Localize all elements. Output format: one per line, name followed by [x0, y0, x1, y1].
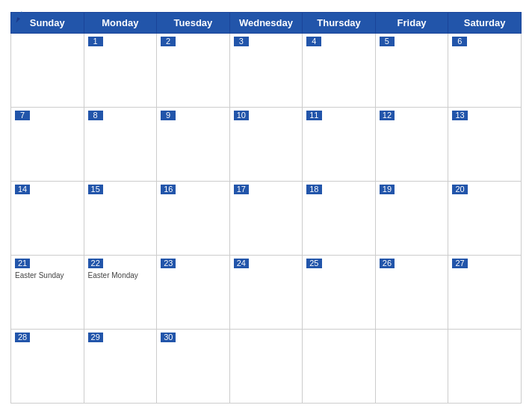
calendar-cell: 10 [229, 108, 303, 182]
date-number: 25 [306, 259, 321, 268]
calendar-cell: 19 [375, 182, 448, 256]
weekday-header-row: SundayMondayTuesdayWednesdayThursdayFrid… [11, 13, 522, 34]
calendar-cell: 4 [303, 34, 376, 108]
calendar-cell [303, 330, 376, 404]
calendar-cell: 26 [375, 256, 448, 330]
calendar-cell [375, 330, 448, 404]
date-number: 10 [234, 111, 249, 120]
date-number: 7 [15, 111, 30, 120]
date-number: 22 [88, 259, 103, 268]
calendar-cell: 23 [157, 256, 230, 330]
date-number: 4 [306, 37, 321, 46]
calendar-cell: 15 [84, 182, 157, 256]
calendar-cell: 18 [303, 182, 376, 256]
calendar-cell: 1 [84, 34, 157, 108]
weekday-header-wednesday: Wednesday [229, 13, 303, 34]
calendar-cell: 13 [448, 108, 522, 182]
date-number: 14 [15, 185, 30, 194]
calendar-cell: 30 [157, 330, 230, 404]
holiday-label: Easter Monday [88, 271, 153, 279]
calendar-cell: 20 [448, 182, 522, 256]
weekday-header-monday: Monday [84, 13, 157, 34]
calendar-cell: 9 [157, 108, 230, 182]
date-number: 28 [15, 333, 30, 342]
logo [10, 7, 34, 28]
calendar-page: SundayMondayTuesdayWednesdayThursdayFrid… [0, 0, 532, 411]
date-number: 23 [161, 259, 176, 268]
date-number: 26 [380, 259, 395, 268]
calendar-cell: 3 [229, 34, 303, 108]
date-number: 19 [380, 185, 395, 194]
calendar-cell: 24 [229, 256, 303, 330]
date-number: 1 [88, 37, 103, 46]
week-row-3: 14151617181920 [11, 182, 522, 256]
calendar-cell: 16 [157, 182, 230, 256]
week-row-4: 21Easter Sunday22Easter Monday2324252627 [11, 256, 522, 330]
calendar-cell: 6 [448, 34, 522, 108]
svg-marker-0 [13, 12, 30, 23]
week-row-2: 78910111213 [11, 108, 522, 182]
date-number: 5 [380, 37, 395, 46]
date-number: 17 [234, 185, 249, 194]
date-number: 8 [88, 111, 103, 120]
calendar-cell: 22Easter Monday [84, 256, 157, 330]
date-number: 21 [15, 259, 30, 268]
date-number: 15 [88, 185, 103, 194]
calendar-cell: 21Easter Sunday [11, 256, 84, 330]
weekday-header-friday: Friday [375, 13, 448, 34]
calendar-table: SundayMondayTuesdayWednesdayThursdayFrid… [10, 12, 522, 404]
calendar-cell: 11 [303, 108, 376, 182]
calendar-cell [11, 34, 84, 108]
date-number: 16 [161, 185, 176, 194]
date-number: 9 [161, 111, 176, 120]
date-number: 30 [161, 333, 176, 342]
week-row-5: 282930 [11, 330, 522, 404]
calendar-cell: 7 [11, 108, 84, 182]
week-row-1: 123456 [11, 34, 522, 108]
calendar-cell: 2 [157, 34, 230, 108]
date-number: 24 [234, 259, 249, 268]
calendar-cell: 25 [303, 256, 376, 330]
date-number: 27 [452, 259, 467, 268]
calendar-cell: 8 [84, 108, 157, 182]
calendar-cell: 14 [11, 182, 84, 256]
calendar-body: 123456789101112131415161718192021Easter … [11, 34, 522, 404]
date-number: 13 [452, 111, 467, 120]
date-number: 18 [306, 185, 321, 194]
calendar-cell: 28 [11, 330, 84, 404]
calendar-cell [229, 330, 303, 404]
weekday-header-tuesday: Tuesday [157, 13, 230, 34]
date-number: 20 [452, 185, 467, 194]
calendar-cell: 12 [375, 108, 448, 182]
calendar-cell: 29 [84, 330, 157, 404]
calendar-cell [448, 330, 522, 404]
calendar-cell: 5 [375, 34, 448, 108]
date-number: 12 [380, 111, 395, 120]
calendar-cell: 27 [448, 256, 522, 330]
logo-bird-icon [10, 7, 31, 28]
date-number: 11 [306, 111, 321, 120]
weekday-header-thursday: Thursday [303, 13, 376, 34]
date-number: 3 [234, 37, 249, 46]
weekday-header-saturday: Saturday [448, 13, 522, 34]
calendar-cell: 17 [229, 182, 303, 256]
date-number: 29 [88, 333, 103, 342]
date-number: 6 [452, 37, 467, 46]
holiday-label: Easter Sunday [15, 271, 80, 279]
date-number: 2 [161, 37, 176, 46]
